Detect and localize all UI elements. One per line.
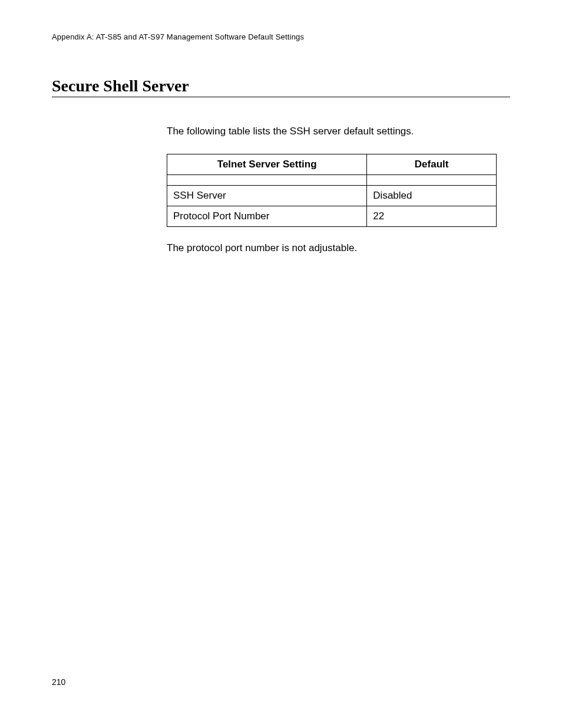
table-header-row: Telnet Server Setting Default [167, 154, 497, 175]
table-cell-setting: SSH Server [167, 186, 367, 206]
section-body: The following table lists the SSH server… [167, 126, 510, 254]
table-cell-setting: Protocol Port Number [167, 206, 367, 227]
page-number: 210 [52, 677, 65, 687]
table-cell-default: Disabled [367, 186, 497, 206]
intro-paragraph: The following table lists the SSH server… [167, 126, 510, 137]
table-header-default: Default [367, 154, 497, 175]
table-cell-default: 22 [367, 206, 497, 227]
table-row: Protocol Port Number 22 [167, 206, 497, 227]
table-header-setting: Telnet Server Setting [167, 154, 367, 175]
section-title: Secure Shell Server [52, 77, 510, 97]
running-header: Appendix A: AT-S85 and AT-S97 Management… [52, 32, 510, 41]
table-row: SSH Server Disabled [167, 186, 497, 206]
document-page: Appendix A: AT-S85 and AT-S97 Management… [0, 0, 562, 728]
table-header-rule [167, 175, 497, 186]
note-paragraph: The protocol port number is not adjustab… [167, 242, 510, 254]
settings-table: Telnet Server Setting Default SSH Server… [167, 154, 497, 227]
